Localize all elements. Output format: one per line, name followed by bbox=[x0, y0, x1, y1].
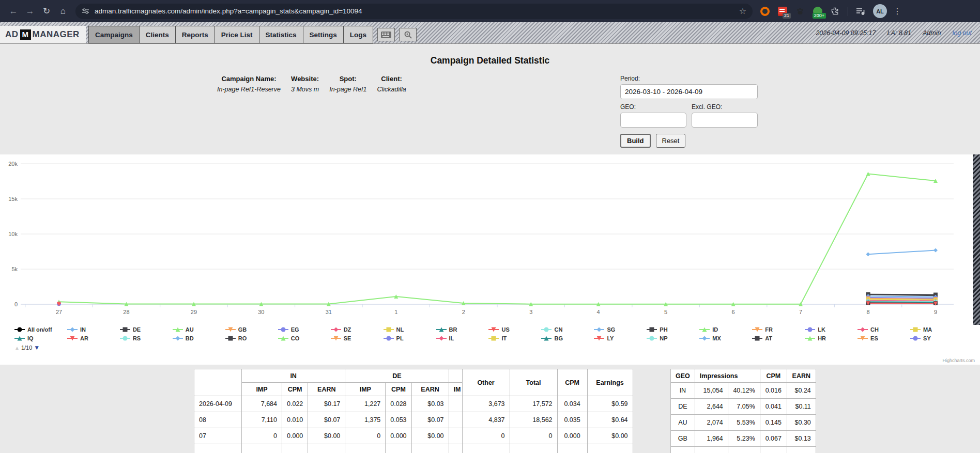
reload-icon[interactable]: ↻ bbox=[38, 6, 55, 17]
forward-icon[interactable]: → bbox=[22, 6, 38, 17]
impressions-line-chart[interactable]: 05k10k15k20k2728293031123456789 bbox=[0, 157, 964, 321]
home-icon[interactable]: ⌂ bbox=[55, 6, 71, 17]
geo-stats-table-wrap: GEOImpressionsCPMEARNIN15,05440.12%0.016… bbox=[670, 369, 816, 453]
stat-cell: 17,572 bbox=[510, 396, 557, 412]
site-info-icon[interactable] bbox=[82, 7, 89, 15]
legend-item-ch[interactable]: CH bbox=[858, 326, 910, 333]
geo-cell bbox=[671, 447, 695, 453]
back-icon[interactable]: ← bbox=[5, 6, 22, 17]
table-row: 0700.000$0.0000.000$0.00000.000$0.00 bbox=[194, 428, 633, 444]
legend-item-ma[interactable]: MA bbox=[910, 326, 963, 333]
legend-item-sg[interactable]: SG bbox=[594, 326, 647, 333]
red-list-extension-icon[interactable]: 21 bbox=[777, 6, 788, 17]
geo-input[interactable] bbox=[620, 113, 686, 128]
tab-settings[interactable]: Settings bbox=[303, 26, 344, 43]
legend-item-pl[interactable]: PL bbox=[384, 335, 436, 341]
green-extension-icon[interactable]: 200+ bbox=[813, 6, 823, 17]
toolbar-separator bbox=[848, 7, 848, 16]
stat-cell: 0.022 bbox=[282, 396, 308, 412]
legend-marker-icon bbox=[910, 326, 921, 333]
legend-item-at[interactable]: AT bbox=[752, 335, 805, 341]
bookmark-star-icon[interactable]: ☆ bbox=[739, 6, 746, 16]
table-row bbox=[194, 444, 633, 453]
legend-item-np[interactable]: NP bbox=[647, 335, 699, 341]
legend-item-rs[interactable]: RS bbox=[120, 335, 173, 341]
url-text[interactable]: adman.trafficmagnates.com/admin/index.ph… bbox=[95, 7, 735, 15]
reset-button[interactable]: Reset bbox=[656, 134, 686, 148]
tab-logs[interactable]: Logs bbox=[343, 26, 373, 43]
browser-menu-icon[interactable]: ⋮ bbox=[893, 6, 901, 16]
legend-item-cn[interactable]: CN bbox=[541, 326, 594, 333]
legend-item-il[interactable]: IL bbox=[436, 335, 489, 341]
impressions-pct-cell: 5.53% bbox=[728, 415, 760, 431]
impressions-cell bbox=[695, 447, 728, 453]
info-field: Client:Clickadilla bbox=[377, 75, 406, 93]
legend-page-down-icon[interactable]: ▼ bbox=[34, 344, 40, 351]
legend-item-bg[interactable]: BG bbox=[541, 335, 594, 341]
period-input[interactable] bbox=[620, 84, 758, 99]
legend-marker-icon bbox=[173, 326, 183, 333]
logout-link[interactable]: log out bbox=[952, 29, 972, 37]
legend-item-au[interactable]: AU bbox=[173, 326, 225, 333]
legend-item-co[interactable]: CO bbox=[278, 335, 331, 341]
daily-tail-header: Other bbox=[462, 369, 510, 396]
legend-item-fr[interactable]: FR bbox=[752, 326, 805, 333]
legend-page-up-icon[interactable]: ▲ bbox=[14, 345, 20, 351]
info-value: 3 Movs m bbox=[291, 86, 319, 93]
playlist-icon[interactable] bbox=[855, 6, 866, 17]
search-zoom-icon-button[interactable] bbox=[399, 28, 417, 41]
tab-statistics[interactable]: Statistics bbox=[259, 26, 303, 43]
legend-marker-icon bbox=[14, 326, 25, 333]
build-button[interactable]: Build bbox=[620, 134, 651, 148]
legend-marker-icon bbox=[225, 335, 236, 341]
legend-item-bd[interactable]: BD bbox=[173, 335, 225, 341]
paw-extension-icon[interactable] bbox=[795, 6, 805, 17]
legend-item-ro[interactable]: RO bbox=[225, 335, 278, 341]
legend-item-br[interactable]: BR bbox=[436, 326, 489, 333]
legend-item-ly[interactable]: LY bbox=[594, 335, 647, 341]
legend-item-iq[interactable]: IQ bbox=[14, 335, 67, 341]
legend-item-ph[interactable]: PH bbox=[647, 326, 699, 333]
svg-text:20k: 20k bbox=[8, 161, 18, 167]
tab-clients[interactable]: Clients bbox=[139, 26, 176, 43]
highcharts-credits[interactable]: Highcharts.com bbox=[942, 358, 975, 363]
legend-item-us[interactable]: US bbox=[488, 326, 541, 333]
legend-marker-icon bbox=[858, 326, 868, 333]
legend-item-hr[interactable]: HR bbox=[805, 335, 858, 341]
legend-item-se[interactable]: SE bbox=[331, 335, 384, 341]
daily-corner-header bbox=[194, 369, 242, 396]
tab-reports[interactable]: Reports bbox=[175, 26, 215, 43]
legend-item-lk[interactable]: LK bbox=[805, 326, 858, 333]
legend-item-gb[interactable]: GB bbox=[225, 326, 278, 333]
legend-marker-icon bbox=[436, 335, 447, 341]
legend-marker-icon bbox=[331, 335, 341, 341]
extensions-puzzle-icon[interactable] bbox=[830, 6, 840, 17]
color-wheel-extension-icon[interactable] bbox=[760, 6, 770, 17]
legend-item-in[interactable]: IN bbox=[67, 326, 120, 333]
info-field: Spot:In-page Ref1 bbox=[329, 75, 366, 93]
tab-campaigns[interactable]: Campaigns bbox=[88, 26, 140, 43]
chart-legend-block: All on/offINDEAUGBEGDZNLBRUSCNSGPHIDFRLK… bbox=[0, 325, 980, 365]
address-bar[interactable]: adman.trafficmagnates.com/admin/index.ph… bbox=[75, 4, 753, 19]
clipped-cell bbox=[449, 412, 462, 428]
table-row: 087,1100.010$0.071,3750.053$0.074,83718,… bbox=[194, 412, 633, 428]
legend-item-sy[interactable]: SY bbox=[910, 335, 963, 341]
legend-item-de[interactable]: DE bbox=[120, 326, 173, 333]
legend-item-nl[interactable]: NL bbox=[384, 326, 436, 333]
table-row: DE2,6447.05%0.041$0.11 bbox=[671, 399, 816, 415]
keyboard-icon-button[interactable] bbox=[377, 28, 395, 41]
legend-item-eg[interactable]: EG bbox=[278, 326, 331, 333]
impressions-cell: 15,054 bbox=[695, 383, 728, 399]
stat-cell bbox=[557, 444, 587, 453]
excl-geo-input[interactable] bbox=[692, 113, 758, 128]
avatar[interactable]: AL bbox=[873, 4, 887, 18]
legend-item-dz[interactable]: DZ bbox=[331, 326, 384, 333]
legend-item-es[interactable]: ES bbox=[858, 335, 910, 341]
legend-item-it[interactable]: IT bbox=[488, 335, 541, 341]
legend-item-all-on-off[interactable]: All on/off bbox=[14, 326, 67, 333]
legend-item-id[interactable]: ID bbox=[699, 326, 752, 333]
tab-price-list[interactable]: Price List bbox=[215, 26, 259, 43]
legend-item-ar[interactable]: AR bbox=[67, 335, 120, 341]
svg-text:31: 31 bbox=[326, 309, 332, 315]
legend-item-mx[interactable]: MX bbox=[699, 335, 752, 341]
